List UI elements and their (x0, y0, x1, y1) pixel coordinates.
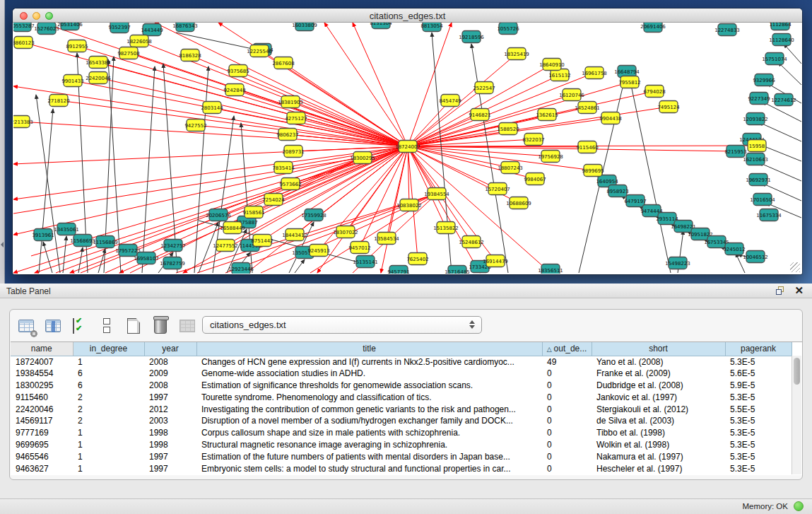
cell-in_degree[interactable]: 2 (73, 403, 144, 415)
table-row[interactable]: 1830029562008Estimation of significance … (11, 380, 792, 392)
cell-name[interactable]: 9465546 (11, 450, 73, 462)
node-table[interactable]: namein_degreeyeartitle△out_de...shortpag… (11, 341, 802, 475)
cell-in_degree[interactable]: 1 (73, 439, 144, 451)
cell-name[interactable]: 18300295 (11, 380, 73, 392)
cell-short[interactable]: Nakamura et al. (1997) (592, 450, 725, 462)
cell-short[interactable]: Jankovic et al. (1997) (592, 391, 725, 403)
cell-year[interactable]: 1997 (144, 462, 196, 474)
cell-pagerank[interactable]: 5.3E-5 (725, 439, 792, 451)
column-header-name[interactable]: name (11, 342, 73, 356)
memory-status-indicator[interactable] (794, 501, 804, 511)
cell-pagerank[interactable]: 5.3E-5 (725, 415, 792, 427)
network-window[interactable]: citations_edges.txt 10553287152760232053… (13, 8, 802, 274)
resize-grip-icon[interactable] (790, 262, 800, 272)
column-header-short[interactable]: short (592, 342, 725, 356)
cell-title[interactable]: Changes of HCN gene expression and I(f) … (196, 356, 542, 368)
cell-pagerank[interactable]: 5.6E-5 (725, 368, 792, 380)
cell-short[interactable]: de Silva et al. (2003) (592, 415, 725, 427)
select-column-icon[interactable] (44, 317, 62, 335)
cell-out_degree[interactable]: 0 (542, 427, 592, 439)
cell-pagerank[interactable]: 5.3E-5 (725, 462, 792, 474)
column-header-title[interactable]: title (196, 342, 542, 356)
cell-out_degree[interactable]: 0 (542, 368, 592, 380)
cell-title[interactable]: Corpus callosum shape and size in male p… (196, 427, 542, 439)
cell-pagerank[interactable]: 5.3E-5 (725, 356, 792, 368)
cell-short[interactable]: Hescheler et al. (1997) (592, 462, 725, 474)
cell-out_degree[interactable]: 0 (542, 439, 592, 451)
cell-year[interactable]: 2012 (144, 403, 196, 415)
cell-short[interactable]: Dudbridge et al. (2008) (592, 380, 725, 392)
select-rows-icon[interactable] (71, 317, 89, 335)
left-split-strip[interactable] (0, 0, 5, 284)
cell-year[interactable]: 2003 (144, 415, 196, 427)
cell-out_degree[interactable]: 49 (542, 356, 592, 368)
table-body[interactable]: 1872400712008Changes of HCN gene express… (11, 356, 792, 474)
cell-name[interactable]: 9115460 (11, 391, 73, 403)
cell-year[interactable]: 1997 (144, 391, 196, 403)
cell-title[interactable]: Investigating the contribution of common… (196, 403, 542, 415)
table-row[interactable]: 911546021997Tourette syndrome. Phenomeno… (11, 391, 792, 403)
cell-year[interactable]: 1998 (144, 439, 196, 451)
cell-out_degree[interactable]: 0 (542, 450, 592, 462)
cell-name[interactable]: 14569117 (11, 415, 73, 427)
cell-year[interactable]: 1998 (144, 427, 196, 439)
network-select-dropdown[interactable]: citations_edges.txt (202, 316, 482, 334)
close-icon[interactable]: ✕ (794, 284, 804, 297)
column-header-in_degree[interactable]: in_degree (73, 342, 144, 356)
table-panel-header[interactable]: Table Panel ✕ (0, 284, 812, 298)
cell-out_degree[interactable]: 0 (542, 415, 592, 427)
cell-in_degree[interactable]: 1 (73, 462, 144, 474)
table-row[interactable]: 946362711997Embryonic stem cells: a mode… (11, 462, 792, 474)
scrollbar-thumb[interactable] (794, 358, 800, 385)
cell-year[interactable]: 1997 (144, 450, 196, 462)
column-header-pagerank[interactable]: pagerank (725, 342, 792, 356)
cell-title[interactable]: Disruption of a novel member of a sodium… (196, 415, 542, 427)
table-row[interactable]: 946554611997Estimation of the future num… (11, 450, 792, 462)
cell-year[interactable]: 2009 (144, 368, 196, 380)
cell-name[interactable]: 18724007 (11, 356, 73, 368)
table-settings-icon[interactable] (17, 317, 35, 335)
collapse-arrow-icon[interactable] (1, 242, 4, 247)
cell-name[interactable]: 9463627 (11, 462, 73, 474)
cell-out_degree[interactable]: 0 (542, 403, 592, 415)
cell-in_degree[interactable]: 6 (73, 380, 144, 392)
cell-title[interactable]: Tourette syndrome. Phenomenology and cla… (196, 391, 542, 403)
cell-pagerank[interactable]: 5.3E-5 (725, 450, 792, 462)
cell-title[interactable]: Embryonic stem cells: a model to study s… (196, 462, 542, 474)
cell-in_degree[interactable]: 1 (73, 356, 144, 368)
cell-year[interactable]: 2008 (144, 356, 196, 368)
cell-name[interactable]: 9699695 (11, 439, 73, 451)
cell-year[interactable]: 2008 (144, 380, 196, 392)
table-row[interactable]: 977716911998Corpus callosum shape and si… (11, 427, 792, 439)
cell-in_degree[interactable]: 1 (73, 450, 144, 462)
column-header-year[interactable]: year (144, 342, 196, 356)
cell-out_degree[interactable]: 0 (542, 391, 592, 403)
table-row[interactable]: 969969511998Structural magnetic resonanc… (11, 439, 792, 451)
cell-pagerank[interactable]: 5.5E-5 (725, 403, 792, 415)
cell-out_degree[interactable]: 0 (542, 462, 592, 474)
cell-short[interactable]: Stergiakouli et al. (2012) (592, 403, 725, 415)
table-row[interactable]: 1872400712008Changes of HCN gene express… (11, 356, 792, 368)
window-titlebar[interactable]: citations_edges.txt (13, 8, 802, 23)
row-height-icon[interactable] (98, 317, 116, 335)
new-table-icon[interactable] (124, 317, 143, 335)
cell-short[interactable]: Tibbo et al. (1998) (592, 427, 725, 439)
cell-name[interactable]: 22420046 (11, 403, 73, 415)
column-header-out_degree[interactable]: △out_de... (542, 342, 592, 356)
network-canvas[interactable]: 1055328715276023205314069352397144344916… (13, 23, 801, 274)
cell-title[interactable]: Estimation of significance thresholds fo… (196, 380, 542, 392)
cell-name[interactable]: 9777169 (11, 427, 73, 439)
table-header-row[interactable]: namein_degreeyeartitle△out_de...shortpag… (11, 342, 792, 356)
cell-pagerank[interactable]: 5.9E-5 (725, 380, 792, 392)
float-window-icon[interactable] (776, 286, 785, 296)
cell-short[interactable]: Yano et al. (2008) (592, 356, 725, 368)
network-view[interactable]: 1055328715276023205314069352397144344916… (13, 23, 801, 274)
delete-table-icon[interactable] (151, 317, 170, 335)
cell-out_degree[interactable]: 0 (542, 380, 592, 392)
cell-short[interactable]: Wolkin et al. (1998) (592, 439, 725, 451)
cell-pagerank[interactable]: 5.3E-5 (725, 391, 792, 403)
cell-in_degree[interactable]: 1 (73, 427, 144, 439)
cell-pagerank[interactable]: 5.3E-5 (725, 427, 792, 439)
cell-name[interactable]: 19384554 (11, 368, 73, 380)
cell-in_degree[interactable]: 6 (73, 368, 144, 380)
